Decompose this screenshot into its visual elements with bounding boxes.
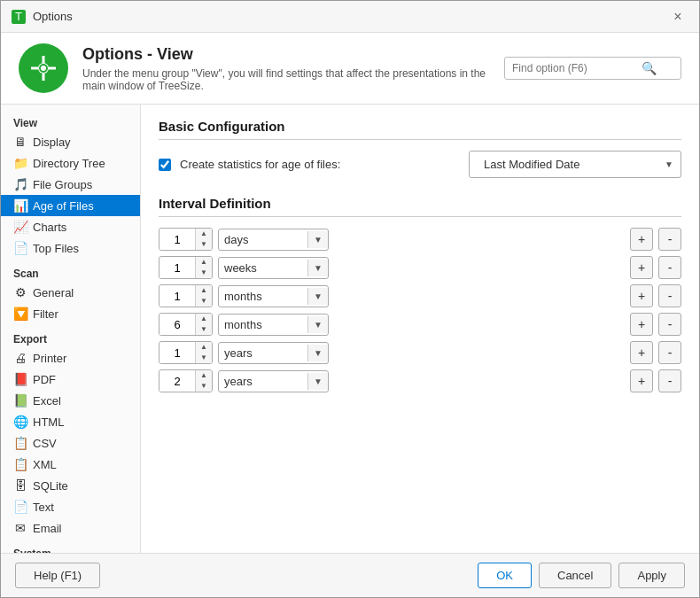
sidebar-item-printer[interactable]: 🖨Printer [1, 347, 140, 369]
checkbox-label: Create statistics for age of files: [180, 158, 340, 171]
unit-select-wrapper[interactable]: daysweeksmonthsyears▼ [218, 229, 329, 251]
sidebar-item-label: XML [33, 458, 57, 471]
unit-select-wrapper[interactable]: daysweeksmonthsyears▼ [218, 370, 329, 392]
printer-icon: 🖨 [13, 351, 27, 365]
remove-interval-button[interactable]: - [658, 313, 681, 336]
spinner-up-button[interactable]: ▲ [196, 257, 212, 268]
num-input-wrapper: ▲▼ [159, 284, 213, 307]
sidebar-item-sqlite[interactable]: 🗄SQLite [1, 475, 140, 496]
excel-icon: 📗 [13, 393, 27, 408]
search-input[interactable] [512, 62, 636, 74]
sidebar-item-label: SQLite [33, 479, 68, 493]
unit-dropdown-arrow[interactable]: ▼ [307, 345, 328, 361]
interval-number-input[interactable] [159, 258, 195, 278]
spinner-up-button[interactable]: ▲ [196, 229, 212, 239]
sidebar-item-pdf[interactable]: 📕PDF [1, 369, 140, 390]
interval-row: ▲▼daysweeksmonthsyears▼+- [159, 284, 681, 307]
help-button[interactable]: Help (F1) [15, 563, 100, 588]
unit-select-wrapper[interactable]: daysweeksmonthsyears▼ [218, 314, 329, 336]
sidebar-item-filter[interactable]: 🔽Filter [1, 303, 140, 324]
spinner-down-button[interactable]: ▼ [196, 239, 212, 250]
date-dropdown[interactable]: Last Modified Date Created Date Last Acc… [477, 154, 665, 175]
remove-interval-button[interactable]: - [658, 284, 681, 307]
remove-interval-button[interactable]: - [658, 256, 681, 279]
spinner-up-button[interactable]: ▲ [196, 285, 212, 296]
spinner-up-button[interactable]: ▲ [196, 342, 212, 353]
sidebar-item-text[interactable]: 📄Text [1, 496, 140, 517]
spinner-down-button[interactable]: ▼ [196, 324, 212, 335]
text-icon: 📄 [13, 500, 27, 514]
interval-number-input[interactable] [159, 315, 195, 335]
unit-dropdown-arrow[interactable]: ▼ [307, 288, 328, 305]
remove-interval-button[interactable]: - [658, 228, 681, 251]
unit-dropdown-arrow[interactable]: ▼ [307, 260, 328, 276]
unit-dropdown-arrow[interactable]: ▼ [307, 231, 328, 248]
interval-number-input[interactable] [159, 286, 195, 307]
unit-dropdown-arrow[interactable]: ▼ [307, 373, 328, 390]
spinner-down-button[interactable]: ▼ [196, 296, 212, 307]
sidebar-section-label: Export [1, 328, 140, 347]
sidebar-section-label: System [1, 542, 140, 553]
cancel-button[interactable]: Cancel [539, 563, 611, 588]
add-interval-button[interactable]: + [630, 341, 653, 364]
checkbox-row: Create statistics for age of files: [159, 158, 340, 171]
add-interval-button[interactable]: + [630, 228, 653, 251]
interval-row: ▲▼daysweeksmonthsyears▼+- [159, 228, 681, 251]
sidebar-item-directory-tree[interactable]: 📁Directory Tree [1, 152, 140, 174]
spinner-down-button[interactable]: ▼ [196, 268, 212, 278]
xml-icon: 📋 [13, 457, 27, 471]
search-box[interactable]: 🔍 [504, 57, 681, 80]
options-window: T Options × Options - View Under the men… [0, 0, 700, 598]
sidebar-section-label: Scan [1, 262, 140, 282]
close-button[interactable]: × [667, 6, 688, 27]
apply-button[interactable]: Apply [618, 563, 685, 588]
add-interval-button[interactable]: + [630, 256, 653, 279]
interval-number-input[interactable] [159, 229, 195, 250]
sidebar-item-label: Printer [33, 352, 66, 365]
unit-select[interactable]: daysweeksmonthsyears [219, 286, 307, 307]
spinner-up-button[interactable]: ▲ [196, 314, 212, 324]
title-bar-text: Options [33, 10, 667, 23]
sidebar-item-display[interactable]: 🖥Display [1, 131, 140, 152]
unit-select-wrapper[interactable]: daysweeksmonthsyears▼ [218, 342, 329, 364]
sidebar-item-excel[interactable]: 📗Excel [1, 390, 140, 411]
unit-select-wrapper[interactable]: daysweeksmonthsyears▼ [218, 257, 329, 279]
sidebar-item-age-of-files[interactable]: 📊Age of Files [1, 195, 140, 216]
date-dropdown-wrapper[interactable]: Last Modified Date Created Date Last Acc… [469, 151, 681, 178]
remove-interval-button[interactable]: - [658, 341, 681, 364]
add-interval-button[interactable]: + [630, 369, 653, 392]
add-interval-button[interactable]: + [630, 284, 653, 307]
unit-select-wrapper[interactable]: daysweeksmonthsyears▼ [218, 285, 329, 307]
interval-number-input[interactable] [159, 343, 195, 363]
footer: Help (F1) OK Cancel Apply [1, 553, 699, 597]
ok-button[interactable]: OK [478, 563, 532, 588]
sidebar-item-csv[interactable]: 📋CSV [1, 432, 140, 454]
unit-select[interactable]: daysweeksmonthsyears [219, 371, 307, 392]
sidebar-item-top-files[interactable]: 📄Top Files [1, 237, 140, 259]
spinner-down-button[interactable]: ▼ [196, 353, 212, 363]
top-files-icon: 📄 [13, 241, 27, 255]
search-icon: 🔍 [642, 61, 657, 75]
interval-row: ▲▼daysweeksmonthsyears▼+- [159, 313, 681, 336]
sidebar-item-email[interactable]: ✉Email [1, 517, 140, 539]
sidebar-item-xml[interactable]: 📋XML [1, 454, 140, 475]
unit-select[interactable]: daysweeksmonthsyears [219, 258, 307, 278]
sidebar-item-html[interactable]: 🌐HTML [1, 411, 140, 432]
spinner-up-button[interactable]: ▲ [196, 370, 212, 381]
remove-interval-button[interactable]: - [658, 369, 681, 392]
sidebar-item-label: File Groups [33, 178, 92, 191]
unit-select[interactable]: daysweeksmonthsyears [219, 315, 307, 335]
content-area: View🖥Display📁Directory Tree🎵File Groups📊… [1, 105, 699, 553]
sidebar-item-charts[interactable]: 📈Charts [1, 216, 140, 237]
spinner-down-button[interactable]: ▼ [196, 381, 212, 392]
unit-select[interactable]: daysweeksmonthsyears [219, 343, 307, 363]
unit-select[interactable]: daysweeksmonthsyears [219, 229, 307, 250]
sidebar-item-file-groups[interactable]: 🎵File Groups [1, 174, 140, 195]
interval-number-input[interactable] [159, 371, 195, 392]
sidebar-item-general[interactable]: ⚙General [1, 282, 140, 303]
header: Options - View Under the menu group "Vie… [1, 33, 699, 105]
sidebar-item-label: Age of Files [33, 199, 94, 213]
add-interval-button[interactable]: + [630, 313, 653, 336]
age-stats-checkbox[interactable] [159, 159, 171, 171]
unit-dropdown-arrow[interactable]: ▼ [307, 316, 328, 333]
